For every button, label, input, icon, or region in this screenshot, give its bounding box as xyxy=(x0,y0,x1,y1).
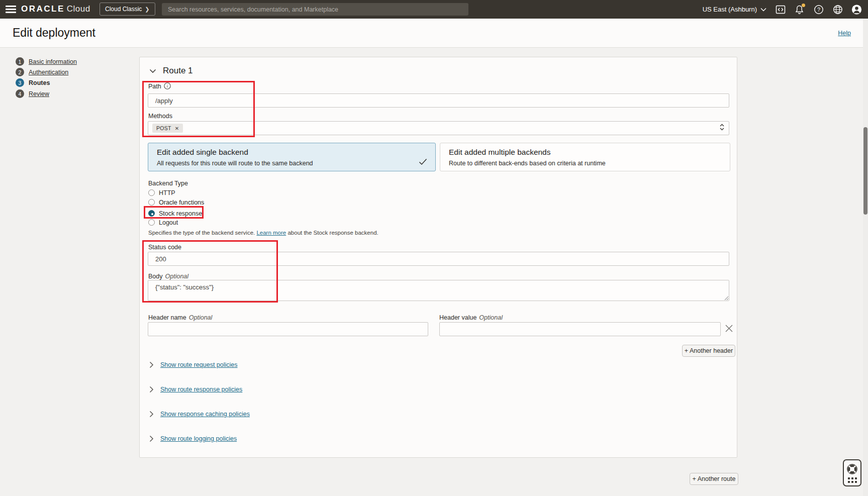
step-label[interactable]: Basic information xyxy=(29,58,77,65)
status-code-input[interactable] xyxy=(148,252,729,266)
backend-type-label: Backend Type xyxy=(148,180,188,187)
body-textarea[interactable]: {"status": "success"} xyxy=(148,280,729,301)
chevron-down-icon xyxy=(760,8,766,12)
methods-multiselect[interactable]: POST ✕ xyxy=(148,121,729,135)
route-request-policies-toggle[interactable]: Show route request policies xyxy=(149,361,238,369)
path-field-label: Pathi xyxy=(148,81,171,91)
stepper-item-authentication[interactable]: 2 Authentication xyxy=(16,68,68,76)
drag-handle-dots-icon[interactable] xyxy=(848,477,857,483)
step-label[interactable]: Authentication xyxy=(29,69,68,76)
method-chip-label: POST xyxy=(156,125,171,131)
notification-dot xyxy=(802,4,805,7)
page-header: Edit deployment Help xyxy=(0,19,868,48)
helper-prefix: Specifies the type of the backend servic… xyxy=(148,230,256,236)
method-chip-post: POST ✕ xyxy=(152,124,183,133)
radio-http[interactable]: HTTP xyxy=(148,189,175,196)
radio-label: Logout xyxy=(159,219,178,226)
another-header-button[interactable]: + Another header xyxy=(682,345,735,357)
cloud-classic-label: Cloud Classic xyxy=(105,6,142,13)
optional-tag: Optional xyxy=(479,314,503,321)
card-subtitle: Route to different back-ends based on cr… xyxy=(449,160,606,167)
header-value-label: Header valueOptional xyxy=(439,313,503,322)
policy-link[interactable]: Show route request policies xyxy=(160,361,238,368)
radio-label: Stock response xyxy=(159,210,202,217)
radio-button[interactable] xyxy=(148,189,155,196)
checkmark-icon xyxy=(419,158,427,167)
search-input[interactable] xyxy=(162,3,468,16)
card-title: Edit added single backend xyxy=(157,148,248,157)
chevron-right-icon xyxy=(149,386,154,393)
step-number: 1 xyxy=(16,57,24,66)
radio-oracle-functions[interactable]: Oracle functions xyxy=(148,199,204,206)
language-globe-icon[interactable] xyxy=(832,4,843,15)
svg-text:?: ? xyxy=(817,7,820,13)
route-section-header[interactable]: Route 1 xyxy=(149,66,193,76)
brand-oracle: ORACLE xyxy=(21,4,65,14)
body-field-label: BodyOptional xyxy=(148,271,188,280)
radio-stock-response[interactable]: Stock response xyxy=(148,210,202,217)
learn-more-link[interactable]: Learn more xyxy=(256,230,286,236)
radio-button[interactable] xyxy=(148,219,155,226)
radio-button-selected[interactable] xyxy=(148,210,155,217)
floating-assistant-widget[interactable] xyxy=(843,459,861,486)
oracle-cloud-logo[interactable]: ORACLECloud xyxy=(21,4,90,14)
brand-cloud: Cloud xyxy=(67,4,90,14)
step-number: 4 xyxy=(16,89,24,98)
cloud-classic-button[interactable]: Cloud Classic ❯ xyxy=(100,3,155,16)
chevron-right-icon xyxy=(149,435,154,442)
code-editor-icon[interactable] xyxy=(775,4,786,15)
stepper-item-basic-information[interactable]: 1 Basic information xyxy=(16,57,77,66)
policy-link[interactable]: Show route response policies xyxy=(160,386,242,393)
top-navigation-bar: ORACLECloud Cloud Classic ❯ US East (Ash… xyxy=(0,0,868,19)
another-route-button[interactable]: + Another route xyxy=(690,473,738,485)
help-link[interactable]: Help xyxy=(838,30,851,37)
chevron-right-icon: ❯ xyxy=(145,6,149,13)
header-name-input[interactable] xyxy=(148,322,428,336)
chevron-right-icon xyxy=(149,361,154,368)
info-icon[interactable]: i xyxy=(164,82,171,91)
path-input[interactable] xyxy=(148,93,729,108)
card-subtitle: All requests for this route will route t… xyxy=(157,160,313,167)
multiple-backends-card[interactable]: Edit added multiple backends Route to di… xyxy=(440,143,730,171)
hamburger-menu-icon[interactable] xyxy=(6,6,16,13)
optional-tag: Optional xyxy=(165,273,189,280)
remove-header-icon[interactable] xyxy=(725,324,733,335)
help-icon[interactable]: ? xyxy=(813,4,824,15)
select-stepper-icon[interactable] xyxy=(719,123,725,133)
single-backend-card[interactable]: Edit added single backend All requests f… xyxy=(148,143,436,171)
stepper-item-review[interactable]: 4 Review xyxy=(16,89,49,98)
step-label: Routes xyxy=(29,79,50,86)
radio-button[interactable] xyxy=(148,199,155,206)
header-value-input[interactable] xyxy=(439,322,721,336)
step-number: 3 xyxy=(16,78,24,87)
page-title: Edit deployment xyxy=(13,26,95,40)
response-caching-policies-toggle[interactable]: Show response caching policies xyxy=(149,410,250,418)
route-response-policies-toggle[interactable]: Show route response policies xyxy=(149,385,242,393)
notifications-bell-icon[interactable] xyxy=(794,4,805,15)
chevron-right-icon xyxy=(149,411,154,418)
profile-avatar-icon[interactable] xyxy=(851,4,862,15)
stepper-item-routes[interactable]: 3 Routes xyxy=(16,78,50,87)
header-name-label: Header nameOptional xyxy=(148,313,212,322)
step-label[interactable]: Review xyxy=(29,90,49,97)
route-logging-policies-toggle[interactable]: Show route logging policies xyxy=(149,435,237,443)
step-number: 2 xyxy=(16,68,24,76)
chevron-down-icon xyxy=(149,69,156,73)
scrollbar-thumb[interactable] xyxy=(863,127,867,215)
scrollbar-track[interactable] xyxy=(863,19,868,496)
route-form-card: Route 1 Pathi Methods POST ✕ Edit added … xyxy=(139,57,737,458)
region-selector[interactable]: US East (Ashburn) xyxy=(703,6,766,13)
policy-link[interactable]: Show route logging policies xyxy=(160,435,237,442)
policy-link[interactable]: Show response caching policies xyxy=(160,411,250,418)
remove-method-icon[interactable]: ✕ xyxy=(175,126,179,131)
radio-logout[interactable]: Logout xyxy=(148,219,178,226)
svg-text:i: i xyxy=(167,83,168,88)
topbar-right-controls: US East (Ashburn) ? xyxy=(703,0,862,19)
region-label: US East (Ashburn) xyxy=(703,6,757,13)
helper-suffix: about the Stock response backend. xyxy=(286,230,378,236)
backend-type-helper-text: Specifies the type of the backend servic… xyxy=(148,230,378,236)
status-code-label: Status code xyxy=(148,244,181,251)
radio-label: HTTP xyxy=(159,189,175,196)
life-ring-icon xyxy=(846,463,858,475)
methods-field-label: Methods xyxy=(148,113,172,120)
